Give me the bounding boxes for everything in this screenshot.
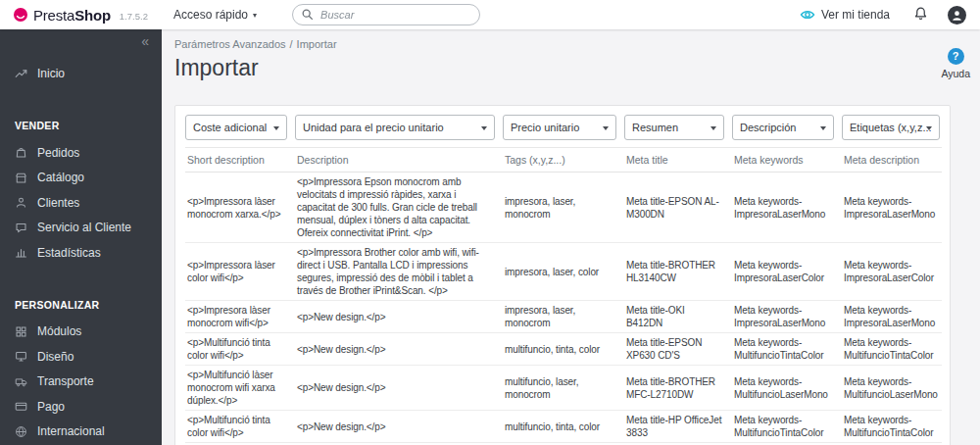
prestashop-logo-icon bbox=[13, 7, 28, 23]
header-meta-description: Meta description bbox=[842, 148, 942, 173]
cell-meta-title: Meta title-HP OfficeJet 3833 bbox=[624, 411, 732, 443]
prestashop-logo[interactable]: PrestaShop 1.7.5.2 bbox=[0, 7, 162, 24]
sidebar-item-clientes[interactable]: Clientes bbox=[0, 190, 162, 216]
modules-grid-icon bbox=[15, 325, 27, 338]
cell-meta-title: Meta title-EPSON AL-M300DN bbox=[624, 173, 732, 243]
brand-shop: Shop bbox=[74, 7, 111, 24]
help-label: Ayuda bbox=[941, 68, 970, 79]
cell-meta-keywords: Meta keywords-MultifuncioTintaColor bbox=[732, 333, 842, 366]
cell-meta-description: Meta keywords-MultifuncioTintaColor bbox=[842, 333, 942, 366]
cell-tags: impresora, laser, monocrom bbox=[503, 301, 624, 333]
sidebar-item-label: Internacional bbox=[37, 424, 105, 438]
search-box bbox=[292, 4, 480, 25]
cell-meta-keywords: Meta keywords-ImpresoraLaserMono bbox=[732, 173, 842, 243]
sidebar-item-diseno[interactable]: Diseño bbox=[0, 344, 162, 370]
sidebar-item-catalogo[interactable]: Catálogo bbox=[0, 166, 162, 191]
view-shop-label: Ver mi tienda bbox=[821, 8, 890, 22]
main-content: Parámetros Avanzados/Importar Importar ?… bbox=[162, 29, 980, 445]
select-value: Resumen bbox=[632, 122, 678, 133]
cell-meta-keywords: Meta keywords-MultifuncioLaserMono bbox=[732, 366, 842, 411]
view-shop-link[interactable]: Ver mi tienda bbox=[800, 7, 890, 23]
header-meta-keywords: Meta keywords bbox=[732, 148, 842, 173]
shopping-bag-icon bbox=[15, 146, 27, 159]
cell-meta-keywords: Meta keywords-MultifuncioTintaColor bbox=[732, 411, 842, 443]
cell-meta-keywords: Meta keywords-ImpresoraLaserColor bbox=[732, 243, 842, 301]
select-value: Descripción bbox=[740, 122, 796, 133]
sidebar-item-label: Pedidos bbox=[37, 146, 79, 160]
sidebar-collapse-button[interactable]: « bbox=[0, 29, 162, 53]
version-label: 1.7.5.2 bbox=[120, 11, 148, 22]
brand-presta: Presta bbox=[33, 7, 74, 24]
quick-access-label: Acceso rápido bbox=[173, 8, 248, 22]
notifications-button[interactable] bbox=[913, 6, 928, 25]
search-icon bbox=[301, 8, 314, 21]
help-icon: ? bbox=[948, 48, 964, 65]
cell-short-description: <p>Impressora làser monocrom xarxa.</p> bbox=[185, 173, 295, 243]
sidebar-item-estadisticas[interactable]: Estadísticas bbox=[0, 240, 162, 266]
sidebar-item-label: Catálogo bbox=[37, 171, 84, 184]
sidebar-item-label: Servicio al Cliente bbox=[37, 221, 131, 234]
cell-meta-title: Meta title-BROTHER HL3140CW bbox=[624, 243, 732, 301]
cell-meta-description: Meta keywords-MultifuncioLaserMono bbox=[842, 366, 942, 411]
select-coste-adicional[interactable]: Coste adicional bbox=[185, 115, 287, 140]
sidebar-section-vender: VENDER bbox=[0, 120, 162, 140]
sidebar: « Inicio VENDER Pedidos Catálogo Cliente… bbox=[0, 29, 162, 445]
sidebar-section-personalizar: PERSONALIZAR bbox=[0, 299, 162, 320]
select-precio-unitario[interactable]: Precio unitario bbox=[503, 115, 616, 140]
cell-meta-title: Meta title-OKI B412DN bbox=[624, 301, 732, 333]
cell-short-description: <p>Impressora làser color wifi</p> bbox=[185, 243, 295, 301]
bar-chart-icon bbox=[15, 246, 27, 259]
cell-short-description: <p>Multifunció làser monocrom wifi xarxa… bbox=[185, 366, 295, 411]
cell-description: <p>New design.</p> bbox=[295, 333, 503, 366]
select-value: Coste adicional bbox=[193, 122, 267, 133]
breadcrumb: Parámetros Avanzados/Importar bbox=[174, 29, 980, 50]
cell-description: <p>New design.</p> bbox=[295, 411, 503, 443]
sidebar-item-servicio-al-cliente[interactable]: Servicio al Cliente bbox=[0, 216, 162, 241]
sidebar-item-modulos[interactable]: Módulos bbox=[0, 320, 162, 345]
cell-tags: multifuncio, tinta, color bbox=[503, 411, 624, 443]
select-value: Etiquetas (x,y,z... bbox=[850, 122, 932, 133]
monitor-icon bbox=[15, 350, 27, 363]
select-etiquetas[interactable]: Etiquetas (x,y,z... bbox=[842, 115, 940, 140]
cell-tags: multifuncio, tinta, color bbox=[503, 333, 624, 366]
header-short-description: Short description bbox=[185, 148, 295, 173]
breadcrumb-parent[interactable]: Parámetros Avanzados bbox=[174, 38, 286, 50]
search-input[interactable] bbox=[292, 4, 480, 25]
sidebar-item-pedidos[interactable]: Pedidos bbox=[0, 140, 162, 166]
sidebar-item-internacional[interactable]: Internacional bbox=[0, 420, 162, 445]
sidebar-item-label: Inicio bbox=[37, 67, 65, 80]
table-row: <p>Impressora làser monocrom xarxa.</p> … bbox=[185, 173, 942, 243]
sidebar-item-label: Pago bbox=[37, 400, 65, 414]
header-tags: Tags (x,y,z...) bbox=[503, 148, 624, 173]
import-mapping-panel: Coste adicional Unidad para el precio un… bbox=[174, 105, 951, 445]
cell-meta-description: Meta keywords-ImpresoraLaserMono bbox=[842, 301, 942, 333]
quick-access-dropdown[interactable]: Acceso rápido ▾ bbox=[173, 8, 257, 22]
page-header: Importar ? Ayuda bbox=[174, 55, 980, 81]
select-unidad-precio-unitario[interactable]: Unidad para el precio unitario bbox=[295, 115, 495, 140]
help-button[interactable]: ? Ayuda bbox=[941, 48, 970, 79]
table-row: <p>Impressora làser color wifi</p> <p>Im… bbox=[185, 243, 942, 301]
sidebar-item-label: Clientes bbox=[37, 196, 79, 210]
select-resumen[interactable]: Resumen bbox=[624, 115, 724, 140]
cell-description: <p>Impressora Epson monocrom amb velocit… bbox=[295, 173, 503, 243]
select-value: Unidad para el precio unitario bbox=[303, 122, 444, 133]
sidebar-item-pago[interactable]: Pago bbox=[0, 394, 162, 420]
store-icon bbox=[15, 172, 27, 184]
table-row: <p>Impresora làser monocrom wifi</p> <p>… bbox=[185, 301, 942, 333]
select-descripcion[interactable]: Descripción bbox=[732, 115, 834, 140]
user-avatar[interactable] bbox=[948, 6, 966, 25]
cell-short-description: <p>Impresora làser monocrom wifi</p> bbox=[185, 301, 295, 333]
sidebar-item-transporte[interactable]: Transporte bbox=[0, 370, 162, 395]
truck-icon bbox=[15, 375, 27, 388]
sidebar-item-label: Transporte bbox=[37, 374, 94, 388]
cell-tags: impresora, laser, color bbox=[503, 243, 624, 301]
sidebar-item-inicio[interactable]: Inicio bbox=[0, 53, 162, 94]
page-title: Importar bbox=[174, 55, 980, 81]
cell-meta-keywords: Meta keywords-ImpresoraLaserMono bbox=[732, 301, 842, 333]
sidebar-item-label: Diseño bbox=[37, 350, 74, 364]
header-meta-title: Meta title bbox=[624, 148, 732, 173]
bell-icon bbox=[913, 6, 928, 21]
breadcrumb-separator: / bbox=[290, 38, 293, 50]
cell-short-description: <p>Multifunció tinta color wifi</p> bbox=[185, 411, 295, 443]
person-icon bbox=[15, 196, 27, 209]
